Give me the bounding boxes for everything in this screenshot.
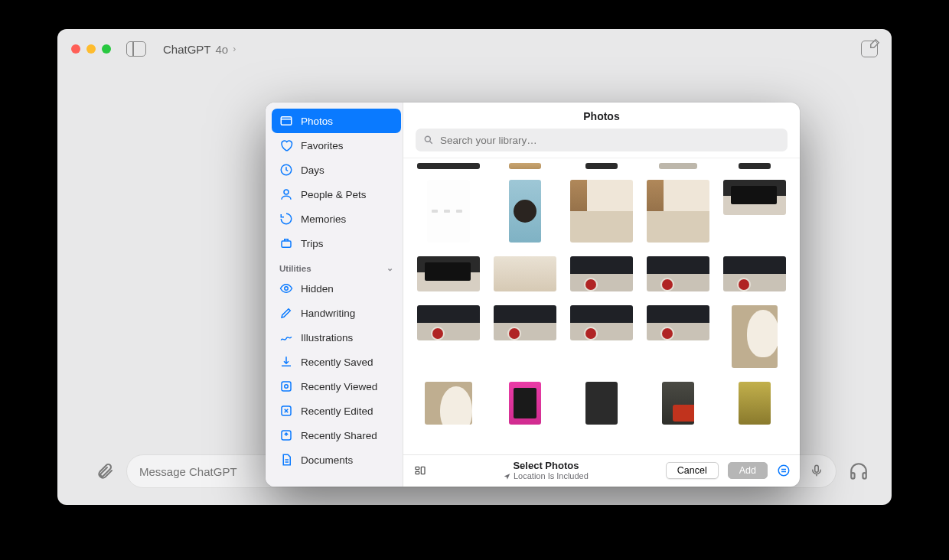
- photo-thumbnail[interactable]: [570, 180, 633, 243]
- photo-thumbnail[interactable]: [509, 180, 541, 243]
- headphones-icon[interactable]: [849, 461, 869, 481]
- photo-thumbnail[interactable]: [647, 305, 709, 340]
- chevron-down-icon: ⌄: [386, 263, 393, 273]
- photo-thumbnail[interactable]: [662, 382, 694, 425]
- photo-grid-scroll[interactable]: [403, 158, 800, 454]
- sidebar-label: Recently Shared: [301, 430, 377, 441]
- svg-rect-6: [282, 241, 291, 247]
- photo-thumbnail[interactable]: [417, 256, 480, 291]
- sidebar-item-days[interactable]: Days: [272, 158, 401, 182]
- photo-thumbnail[interactable]: [570, 305, 633, 340]
- memories-icon: [279, 212, 293, 226]
- search-icon: [423, 135, 434, 145]
- thumbnail-size-slider-icon[interactable]: [414, 464, 426, 477]
- sidebar-label: Trips: [301, 238, 324, 249]
- sidebar-label: Documents: [301, 454, 353, 466]
- svg-rect-14: [416, 471, 419, 474]
- photo-thumbnail[interactable]: [647, 256, 709, 291]
- photo-thumbnail[interactable]: [739, 382, 771, 425]
- sidebar-item-people-pets[interactable]: People & Pets: [272, 182, 401, 207]
- photo-thumbnail[interactable]: [739, 163, 771, 169]
- sidebar-section-utilities[interactable]: Utilities ⌄: [272, 256, 401, 276]
- heart-icon: [279, 138, 293, 152]
- photo-thumbnail[interactable]: [659, 163, 697, 169]
- chatgpt-window: ChatGPT 4o › Photos: [57, 29, 892, 505]
- photos-picker: Photos Favorites Days People & Pets Memo…: [266, 103, 800, 487]
- sidebar-item-trips[interactable]: Trips: [272, 231, 401, 256]
- attach-button[interactable]: [96, 462, 114, 480]
- photo-thumbnail[interactable]: [425, 382, 472, 425]
- photo-thumbnail[interactable]: [647, 180, 709, 243]
- cancel-button[interactable]: Cancel: [666, 462, 719, 479]
- add-button[interactable]: Add: [728, 462, 768, 479]
- sidebar-label: People & Pets: [301, 189, 367, 200]
- footer-title: Select Photos: [435, 460, 657, 471]
- location-icon: [504, 473, 510, 480]
- picker-sidebar: Photos Favorites Days People & Pets Memo…: [266, 103, 403, 487]
- sidebar-item-documents[interactable]: Documents: [272, 448, 401, 472]
- photo-thumbnail[interactable]: [509, 382, 541, 425]
- sidebar-label: Memories: [301, 213, 346, 225]
- photo-thumbnail[interactable]: [494, 256, 556, 291]
- sidebar-item-hidden[interactable]: Hidden: [272, 276, 401, 301]
- photo-thumbnail[interactable]: [723, 180, 786, 215]
- photo-thumbnail[interactable]: [732, 305, 778, 368]
- breadcrumb[interactable]: ChatGPT 4o ›: [163, 43, 236, 56]
- scribble-icon: [279, 330, 293, 344]
- sidebar-item-photos[interactable]: Photos: [272, 109, 401, 133]
- person-icon: [279, 187, 293, 201]
- svg-point-7: [285, 287, 289, 291]
- sidebar-item-handwriting[interactable]: Handwriting: [272, 301, 401, 325]
- pencil-icon: [279, 306, 293, 320]
- options-icon[interactable]: [777, 464, 791, 477]
- new-chat-button[interactable]: [861, 41, 878, 57]
- svg-rect-1: [851, 473, 854, 479]
- window-close-button[interactable]: [71, 44, 80, 54]
- svg-point-9: [285, 385, 289, 389]
- photos-icon: [279, 114, 293, 128]
- window-zoom-button[interactable]: [102, 44, 111, 54]
- sidebar-item-favorites[interactable]: Favorites: [272, 133, 401, 158]
- svg-rect-13: [416, 467, 419, 469]
- recently-shared-icon: [279, 428, 293, 442]
- photo-thumbnail[interactable]: [417, 163, 480, 169]
- traffic-lights: [71, 44, 111, 54]
- sidebar-item-memories[interactable]: Memories: [272, 207, 401, 231]
- photo-thumbnail[interactable]: [723, 256, 786, 291]
- download-icon: [279, 355, 293, 369]
- photo-thumbnail[interactable]: [585, 163, 618, 169]
- sidebar-item-recently-shared[interactable]: Recently Shared: [272, 423, 401, 448]
- photo-thumbnail[interactable]: [417, 305, 480, 340]
- photo-thumbnail[interactable]: [509, 163, 541, 169]
- clock-icon: [279, 163, 293, 177]
- sidebar-item-recently-viewed[interactable]: Recently Viewed: [272, 374, 401, 399]
- suitcase-icon: [279, 236, 293, 250]
- photo-thumbnail[interactable]: [494, 305, 556, 340]
- sidebar-label: Handwriting: [301, 308, 355, 319]
- recently-edited-icon: [279, 404, 293, 418]
- search-field[interactable]: [416, 129, 788, 151]
- svg-rect-8: [282, 382, 291, 391]
- sidebar-label: Days: [301, 164, 324, 176]
- sidebar-label: Illustrations: [301, 332, 353, 343]
- sidebar-label: Recently Viewed: [301, 381, 377, 392]
- window-minimize-button[interactable]: [86, 44, 96, 54]
- svg-point-5: [284, 190, 289, 194]
- picker-header: Photos: [403, 103, 800, 158]
- search-input[interactable]: [440, 135, 780, 146]
- sidebar-label: Recently Edited: [301, 405, 373, 417]
- microphone-icon[interactable]: [810, 464, 823, 480]
- photo-thumbnail[interactable]: [585, 382, 618, 425]
- photo-thumbnail[interactable]: [570, 256, 633, 291]
- svg-point-12: [425, 136, 430, 142]
- sidebar-item-recently-saved[interactable]: Recently Saved: [272, 350, 401, 374]
- sidebar-toggle-icon[interactable]: [126, 41, 146, 57]
- sidebar-label: Favorites: [301, 140, 344, 151]
- document-icon: [279, 453, 293, 467]
- section-label: Utilities: [279, 264, 311, 273]
- photo-thumbnail[interactable]: [427, 180, 470, 243]
- sidebar-item-illustrations[interactable]: Illustrations: [272, 325, 401, 350]
- model-name: 4o: [216, 43, 229, 56]
- sidebar-item-recently-edited[interactable]: Recently Edited: [272, 399, 401, 423]
- footer-subtitle: Location Is Included: [514, 471, 589, 480]
